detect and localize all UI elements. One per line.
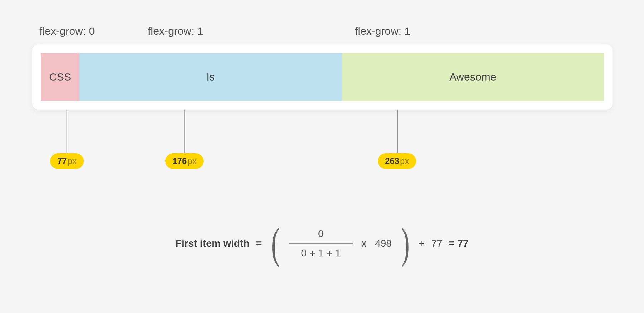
formula-result: = 77 [449,238,468,249]
flex-item-awesome: Awesome [342,53,604,101]
width-pill-2: 176px [165,153,204,169]
formula-lhs: First item width [175,238,249,249]
diagram-canvas: flex-grow: 0 flex-grow: 1 flex-grow: 1 C… [0,0,644,313]
label-item-2: flex-grow: 1 [148,25,203,37]
flex-item-is: Is [79,53,342,101]
formula-multiplier: 498 [375,238,392,249]
left-paren-icon: ( [271,222,280,265]
pill-unit: px [187,156,196,166]
fraction-denominator: 0 + 1 + 1 [289,244,353,263]
width-pill-1: 77px [50,153,84,169]
plus-sign: + [419,238,425,249]
fraction: 0 0 + 1 + 1 [289,225,353,263]
pill-value: 176 [172,156,187,166]
pill-value: 77 [57,156,67,166]
pill-value: 263 [385,156,399,166]
multiply-sign: x [361,238,366,249]
width-formula: First item width = ( 0 0 + 1 + 1 x 498 )… [0,222,644,265]
flex-container-card: CSS Is Awesome [32,44,613,110]
connector-line-2 [184,110,185,153]
width-pill-3: 263px [378,153,416,169]
label-item-3: flex-grow: 1 [355,25,410,37]
right-paren-icon: ) [401,222,410,265]
flex-item-css: CSS [41,53,79,101]
connector-line-3 [397,110,398,153]
pill-unit: px [68,156,77,166]
formula-addend: 77 [431,238,442,249]
flex-row: CSS Is Awesome [41,53,604,101]
label-item-1: flex-grow: 0 [39,25,95,37]
connector-line-1 [67,110,67,153]
fraction-numerator: 0 [306,225,336,243]
pill-unit: px [400,156,409,166]
equals-sign: = [256,238,262,249]
